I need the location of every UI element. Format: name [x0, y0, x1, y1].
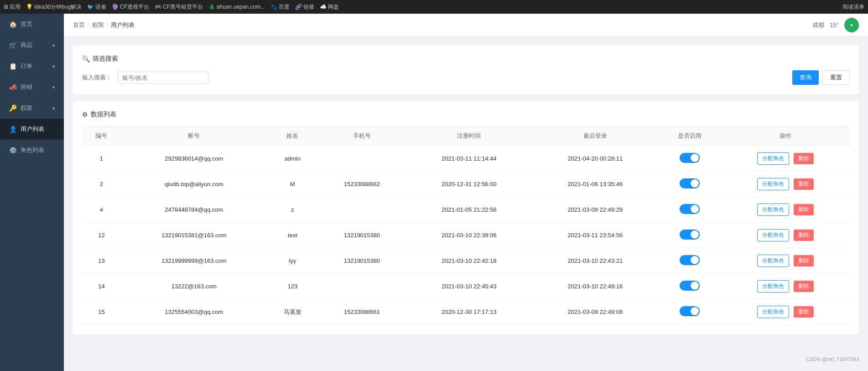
- toggle-switch[interactable]: [680, 153, 700, 163]
- marketing-arrow-icon: ▾: [52, 85, 55, 90]
- cell-phone: 15233088661: [318, 299, 406, 325]
- breadcrumb: 首页 / 权限 / 用户列表: [73, 21, 135, 29]
- cell-regtime: 2020-12-31 12:56:00: [406, 172, 532, 197]
- sidebar-item-order[interactable]: 📋 订单 ▾: [0, 56, 64, 77]
- sidebar-item-marketing[interactable]: 📣 营销 ▾: [0, 77, 64, 98]
- delete-button[interactable]: 删除: [794, 281, 814, 292]
- cell-regtime: 2021-03-10 22:45:43: [406, 274, 532, 299]
- col-phone: 手机号: [318, 126, 406, 146]
- assign-role-button[interactable]: 分配角色: [757, 306, 789, 318]
- topbar-disk[interactable]: ☁️网盘: [320, 3, 339, 11]
- assign-role-button[interactable]: 分配角色: [757, 255, 789, 267]
- delete-button[interactable]: 删除: [794, 230, 814, 241]
- assign-role-button[interactable]: 分配角色: [757, 178, 789, 190]
- sidebar-item-userlist[interactable]: 👤 用户列表: [0, 119, 64, 140]
- toggle-switch[interactable]: [680, 230, 700, 240]
- sidebar-item-rolelist[interactable]: ⚙️ 角色列表: [0, 140, 64, 161]
- avatar-text: ●: [850, 22, 853, 27]
- data-table: 编号 帐号 姓名 手机号 注册时间 最后登录 是否启用 操作 1 2929836…: [82, 126, 850, 325]
- sidebar-item-permission[interactable]: 🔑 权限 ▾: [0, 98, 64, 119]
- cell-lastlogin: 2021-03-10 22:43:21: [532, 248, 658, 274]
- cell-account: qiudb.top@aliyun.com: [121, 172, 267, 197]
- cell-phone: 15233088662: [318, 172, 406, 197]
- topbar-ahuan[interactable]: 🌲ahuan.uepan.com...: [208, 4, 265, 10]
- col-regtime: 注册时间: [406, 126, 532, 146]
- col-account: 帐号: [121, 126, 267, 146]
- assign-role-button[interactable]: 分配角色: [757, 152, 789, 165]
- reset-button[interactable]: 重置: [822, 70, 850, 85]
- cell-enabled: [658, 146, 721, 172]
- delete-button[interactable]: 删除: [794, 204, 814, 215]
- topbar-yuque[interactable]: 🐦语雀: [87, 3, 106, 11]
- sidebar: 🏠 首页 🛒 商品 ▾ 📋 订单 ▾ 📣 营销 ▾ 🔑 权限 ▾ 👤 用户列表: [0, 14, 64, 371]
- filter-search-icon: 🔍: [82, 55, 90, 63]
- toggle-switch[interactable]: [680, 306, 700, 316]
- assign-role-button[interactable]: 分配角色: [757, 229, 789, 241]
- sidebar-item-home[interactable]: 🏠 首页: [0, 14, 64, 35]
- table-row: 13 13219999999@163.com lyy 13219015380 2…: [82, 248, 850, 274]
- toggle-switch[interactable]: [680, 178, 700, 188]
- cell-actions: 分配角色 删除: [721, 172, 850, 197]
- sidebar-label-rolelist: 角色列表: [21, 146, 44, 154]
- cell-account: 1325554003@qq.com: [121, 299, 267, 325]
- cell-enabled: [658, 223, 721, 248]
- table-body: 1 2929836014@qq.com admin 2021-03-11 11:…: [82, 146, 850, 325]
- topbar-idea[interactable]: 💡idea30分钟bug解决: [26, 3, 82, 11]
- cell-enabled: [658, 172, 721, 197]
- query-button[interactable]: 查询: [792, 70, 819, 85]
- cell-lastlogin: 2021-01-06 13:35:46: [532, 172, 658, 197]
- search-input[interactable]: [117, 72, 208, 84]
- breadcrumb-home[interactable]: 首页: [73, 21, 85, 29]
- cell-account: 13219015381@163.com: [121, 223, 267, 248]
- cell-name: 123: [267, 274, 318, 299]
- top-bar: ⊞应用 💡idea30分钟bug解决 🐦语雀 🔮CF透视平台 🎮CF黑号租赁平台…: [0, 0, 868, 14]
- sidebar-label-home: 首页: [21, 20, 32, 28]
- cell-phone: [318, 197, 406, 223]
- topbar-cf-rent[interactable]: 🎮CF黑号租赁平台: [155, 3, 203, 11]
- delete-button[interactable]: 删除: [794, 153, 814, 164]
- sidebar-label-marketing: 营销: [21, 83, 32, 91]
- reading-list[interactable]: 阅读清单: [842, 3, 864, 11]
- delete-button[interactable]: 删除: [794, 178, 814, 190]
- col-name: 姓名: [267, 126, 318, 146]
- assign-role-button[interactable]: 分配角色: [757, 280, 789, 293]
- cell-name: test: [267, 223, 318, 248]
- sidebar-item-goods[interactable]: 🛒 商品 ▾: [0, 35, 64, 56]
- toggle-switch[interactable]: [680, 281, 700, 291]
- cell-name: 马英发: [267, 299, 318, 325]
- col-enabled: 是否启用: [658, 126, 721, 146]
- toggle-switch[interactable]: [680, 204, 700, 214]
- breadcrumb-permission[interactable]: 权限: [92, 21, 104, 29]
- breadcrumb-sep1: /: [88, 21, 89, 28]
- assign-role-button[interactable]: 分配角色: [757, 204, 789, 216]
- cell-actions: 分配角色 删除: [721, 146, 850, 172]
- cell-account: 2929836014@qq.com: [121, 146, 267, 172]
- topbar-baidu[interactable]: 🐾百度: [270, 3, 290, 11]
- table-row: 1 2929836014@qq.com admin 2021-03-11 11:…: [82, 146, 850, 172]
- cell-account: 13222@163.com: [121, 274, 267, 299]
- cell-name: admin: [267, 146, 318, 172]
- cell-regtime: 2021-03-11 11:14:44: [406, 146, 532, 172]
- cell-id: 2: [82, 172, 121, 197]
- cell-id: 12: [82, 223, 121, 248]
- main-panel: 🔍 筛选搜索 输入搜索： 查询 重置 ⚙: [64, 37, 868, 371]
- col-actions: 操作: [721, 126, 850, 146]
- delete-button[interactable]: 删除: [794, 255, 814, 266]
- goods-arrow-icon: ▾: [52, 43, 55, 48]
- page-header: 首页 / 权限 / 用户列表 成都 15° ●: [64, 14, 868, 37]
- content-area: 首页 / 权限 / 用户列表 成都 15° ● 🔍 筛选搜索: [64, 14, 868, 371]
- topbar-cf-view[interactable]: 🔮CF透视平台: [112, 3, 149, 11]
- avatar[interactable]: ●: [844, 18, 859, 32]
- cell-regtime: 2021-03-10 22:39:06: [406, 223, 532, 248]
- topbar-apps[interactable]: ⊞应用: [4, 3, 21, 11]
- toggle-switch[interactable]: [680, 255, 700, 265]
- main-layout: 🏠 首页 🛒 商品 ▾ 📋 订单 ▾ 📣 营销 ▾ 🔑 权限 ▾ 👤 用户列表: [0, 14, 868, 371]
- breadcrumb-current: 用户列表: [111, 21, 135, 29]
- header-right: 成都 15° ●: [812, 18, 859, 32]
- sidebar-label-userlist: 用户列表: [21, 125, 44, 133]
- cell-enabled: [658, 248, 721, 274]
- topbar-link[interactable]: 🔗链接: [295, 3, 314, 11]
- cell-phone: [318, 146, 406, 172]
- delete-button[interactable]: 删除: [794, 306, 814, 318]
- topbar-right: 阅读清单: [842, 3, 864, 11]
